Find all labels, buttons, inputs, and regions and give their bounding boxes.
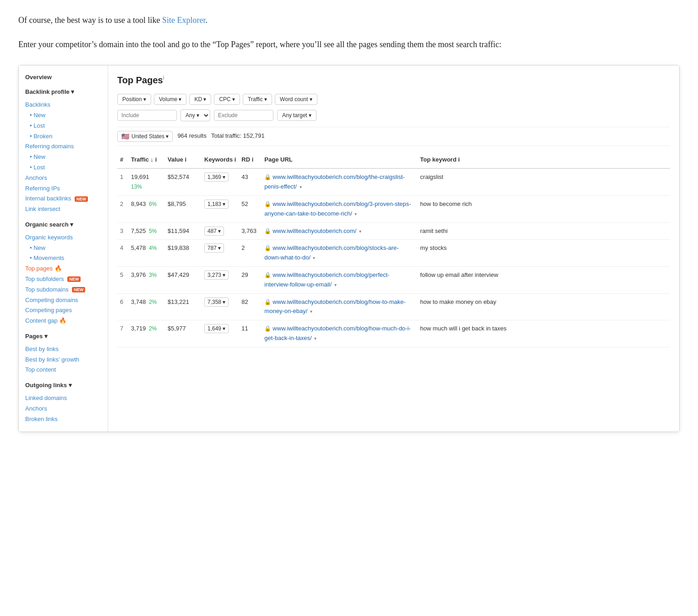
- sidebar-item-best-by-links[interactable]: Best by links: [25, 344, 101, 355]
- exclude-input[interactable]: [214, 110, 273, 121]
- url-chevron[interactable]: ▾: [359, 229, 361, 234]
- sidebar-item-top-content[interactable]: Top content: [25, 365, 101, 375]
- sidebar-item-top-pages[interactable]: Top pages 🔥: [25, 264, 101, 274]
- cell-keywords[interactable]: 1,369 ▾: [202, 168, 239, 195]
- col-header-keywords[interactable]: Keywords i: [202, 151, 239, 169]
- sidebar-item-anchors[interactable]: Anchors: [25, 173, 101, 184]
- url-domain[interactable]: www.iwillteachyoutoberich.com: [273, 298, 354, 305]
- sidebar-organic-search[interactable]: Organic search ▾: [25, 220, 101, 230]
- results-row: 🇺🇸 United States ▾ 964 results Total tra…: [117, 127, 670, 146]
- sidebar-item-backlinks-broken[interactable]: • Broken: [25, 131, 101, 142]
- country-flag: 🇺🇸: [121, 133, 129, 140]
- sidebar-pages[interactable]: Pages ▾: [25, 332, 101, 341]
- traffic-pct: 3%: [147, 272, 157, 278]
- cell-keywords[interactable]: 487 ▾: [202, 222, 239, 240]
- url-domain[interactable]: www.iwillteachyoutoberich.com: [273, 227, 354, 234]
- intro-paragraph-1: Of course, the best way is to use a tool…: [18, 14, 680, 27]
- cell-rd: 52: [239, 195, 262, 222]
- cell-keywords[interactable]: 787 ▾: [202, 240, 239, 267]
- url-path[interactable]: /: [355, 227, 357, 234]
- col-header-top-keyword[interactable]: Top keyword i: [417, 151, 670, 169]
- url-domain[interactable]: www.iwillteachyoutoberich.com: [273, 244, 354, 251]
- url-chevron[interactable]: ▾: [300, 184, 302, 189]
- keywords-dropdown[interactable]: 1,369 ▾: [204, 173, 229, 182]
- sidebar-item-referring-domains[interactable]: Referring domains: [25, 141, 101, 152]
- keywords-dropdown[interactable]: 487 ▾: [204, 227, 224, 236]
- top-keyword-text: craigslist: [420, 173, 443, 180]
- col-header-page-url: Page URL: [262, 151, 417, 169]
- new-badge-subfolders: NEW: [67, 276, 81, 282]
- url-chevron[interactable]: ▾: [313, 255, 315, 260]
- cell-keywords[interactable]: 3,273 ▾: [202, 266, 239, 293]
- cell-top-keyword: ramit sethi: [417, 222, 670, 240]
- cell-keywords[interactable]: 1,183 ▾: [202, 195, 239, 222]
- url-chevron[interactable]: ▾: [334, 282, 337, 287]
- sidebar-item-linked-domains[interactable]: Linked domains: [25, 393, 101, 404]
- col-header-value[interactable]: Value i: [165, 151, 202, 169]
- url-chevron[interactable]: ▾: [310, 309, 312, 314]
- sidebar-item-organic-movements[interactable]: • Movements: [25, 253, 101, 264]
- sidebar-item-top-subfolders[interactable]: Top subfolders NEW: [25, 274, 101, 285]
- country-name: United States ▾: [131, 133, 169, 140]
- filter-cpc[interactable]: CPC ▾: [214, 94, 240, 105]
- traffic-value: 3,719: [131, 325, 146, 332]
- sidebar-item-backlinks[interactable]: Backlinks: [25, 100, 101, 110]
- sidebar-item-best-by-links-growth[interactable]: Best by links’ growth: [25, 355, 101, 365]
- sidebar-item-backlinks-new[interactable]: • New: [25, 110, 101, 121]
- url-chevron[interactable]: ▾: [314, 336, 316, 341]
- cell-value: $5,977: [165, 320, 202, 347]
- include-input[interactable]: [117, 110, 177, 121]
- sidebar-outgoing-links[interactable]: Outgoing links ▾: [25, 381, 101, 390]
- new-badge-subdomains: NEW: [72, 287, 85, 292]
- keywords-dropdown[interactable]: 1,183 ▾: [204, 200, 229, 209]
- sidebar-item-refdomains-new[interactable]: • New: [25, 152, 101, 162]
- sidebar-item-anchors2[interactable]: Anchors: [25, 404, 101, 414]
- cell-traffic: 3,748 2%: [128, 293, 165, 320]
- keywords-dropdown[interactable]: 787 ▾: [204, 243, 224, 253]
- include-exclude-row: Any ▾ Any target ▾: [117, 109, 670, 121]
- sidebar-item-organic-keywords[interactable]: Organic keywords: [25, 232, 101, 243]
- sidebar-item-link-intersect[interactable]: Link intersect: [25, 204, 101, 215]
- filter-volume[interactable]: Volume ▾: [154, 94, 186, 105]
- lock-icon: 🔒: [264, 299, 271, 305]
- sidebar-item-refdomains-lost[interactable]: • Lost: [25, 162, 101, 173]
- cell-keywords[interactable]: 7,358 ▾: [202, 293, 239, 320]
- col-header-rd[interactable]: RD i: [239, 151, 262, 169]
- filter-kd[interactable]: KD ▾: [189, 94, 211, 105]
- any-select[interactable]: Any ▾: [180, 109, 210, 121]
- url-domain[interactable]: www.iwillteachyoutoberich.com: [273, 200, 354, 207]
- sidebar-item-competing-domains[interactable]: Competing domains: [25, 295, 101, 306]
- filter-word-count[interactable]: Word count ▾: [275, 94, 317, 105]
- sidebar-item-competing-pages[interactable]: Competing pages: [25, 305, 101, 316]
- sidebar-item-broken-links[interactable]: Broken links: [25, 414, 101, 425]
- traffic-value: 19,691: [131, 173, 149, 180]
- sidebar-item-internal-backlinks[interactable]: Internal backlinks NEW: [25, 194, 101, 204]
- sidebar-item-backlinks-lost[interactable]: • Lost: [25, 121, 101, 131]
- main-content: Top Pagesi Position ▾ Volume ▾ KD ▾ CPC …: [108, 65, 679, 432]
- cell-url: 🔒www.iwillteachyoutoberich.com/blog/how-…: [262, 293, 417, 320]
- url-domain[interactable]: www.iwillteachyoutoberich.com: [273, 173, 354, 180]
- filter-traffic[interactable]: Traffic ▾: [243, 94, 272, 105]
- lock-icon: 🔒: [264, 272, 271, 278]
- keywords-dropdown[interactable]: 7,358 ▾: [204, 297, 229, 307]
- top-keyword-text: how to become rich: [420, 200, 472, 207]
- sidebar-backlink-profile[interactable]: Backlink profile ▾: [25, 87, 101, 97]
- results-count: 964 results: [177, 131, 207, 141]
- sidebar-item-top-subdomains[interactable]: Top subdomains NEW: [25, 285, 101, 295]
- country-selector[interactable]: 🇺🇸 United States ▾: [117, 131, 173, 142]
- sidebar-item-referring-ips[interactable]: Referring IPs: [25, 184, 101, 194]
- traffic-pct: 6%: [147, 201, 157, 207]
- cell-keywords[interactable]: 1,649 ▾: [202, 320, 239, 347]
- col-header-traffic[interactable]: Traffic ↓ i: [128, 151, 165, 169]
- any-target-button[interactable]: Any target ▾: [277, 110, 316, 121]
- filter-position[interactable]: Position ▾: [117, 94, 151, 105]
- cell-rd: 2: [239, 240, 262, 267]
- keywords-dropdown[interactable]: 3,273 ▾: [204, 270, 229, 280]
- url-domain[interactable]: www.iwillteachyoutoberich.com: [273, 271, 354, 278]
- url-domain[interactable]: www.iwillteachyoutoberich.com: [273, 325, 354, 332]
- sidebar-item-content-gap[interactable]: Content gap 🔥: [25, 316, 101, 326]
- sidebar-item-organic-new[interactable]: • New: [25, 243, 101, 254]
- site-explorer-link[interactable]: Site Explorer: [162, 16, 205, 25]
- keywords-dropdown[interactable]: 1,649 ▾: [204, 324, 229, 333]
- url-chevron[interactable]: ▾: [354, 211, 357, 216]
